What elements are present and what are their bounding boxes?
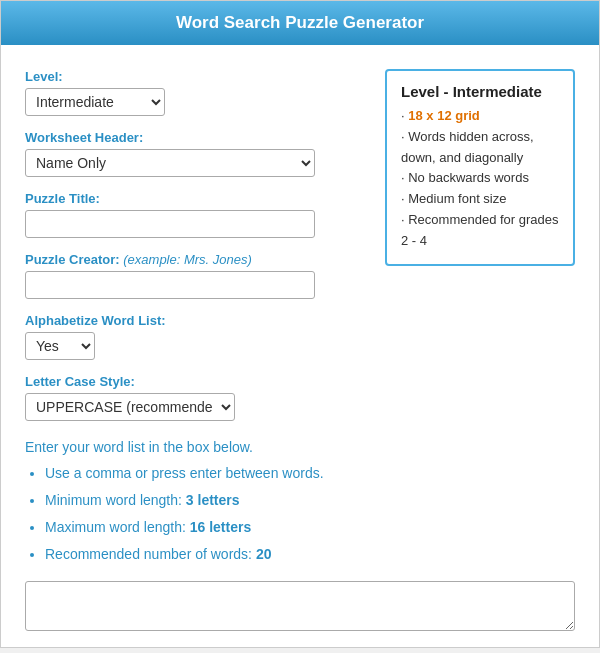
info-box-item-4: · Recommended for grades 2 - 4 [401,210,559,252]
letter-case-select[interactable]: UPPERCASE (recommended) lowercase Mixed … [25,393,235,421]
level-select[interactable]: Easy Intermediate Hard [25,88,165,116]
info-box: Level - Intermediate · 18 x 12 grid · Wo… [385,69,575,266]
instructions-list: Use a comma or press enter between words… [45,463,575,571]
page-title: Word Search Puzzle Generator [1,1,599,45]
level-label: Level: [25,69,369,84]
alphabetize-select[interactable]: Yes No [25,332,95,360]
worksheet-header-label: Worksheet Header: [25,130,369,145]
info-box-item-3: · Medium font size [401,189,559,210]
worksheet-header-select[interactable]: Name Only Name and Date Name, Date, and … [25,149,315,177]
info-box-title: Level - Intermediate [401,83,559,100]
info-box-item-2: · No backwards words [401,168,559,189]
instruction-item-1: Use a comma or press enter between words… [45,463,575,484]
instruction-item-2: Minimum word length: 3 letters [45,490,575,511]
puzzle-title-input[interactable] [25,210,315,238]
instruction-item-3: Maximum word length: 16 letters [45,517,575,538]
word-list-input[interactable] [25,581,575,631]
info-box-item-1: · Words hidden across, down, and diagona… [401,127,559,169]
instruction-item-4: Recommended number of words: 20 [45,544,575,565]
alphabetize-label: Alphabetize Word List: [25,313,575,328]
info-box-grid: · 18 x 12 grid [401,106,559,127]
puzzle-title-label: Puzzle Title: [25,191,369,206]
puzzle-creator-input[interactable] [25,271,315,299]
puzzle-creator-label: Puzzle Creator: (example: Mrs. Jones) [25,252,369,267]
letter-case-label: Letter Case Style: [25,374,575,389]
word-list-note: Enter your word list in the box below. [25,439,575,455]
